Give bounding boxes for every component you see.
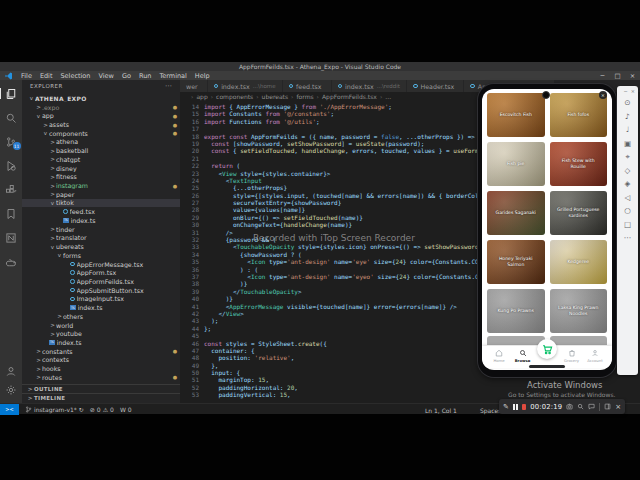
emulator-button-icon[interactable]: □ <box>617 218 638 232</box>
tree-item[interactable]: v forms <box>22 251 180 260</box>
editor-tab[interactable]: feed.tsx <box>283 80 332 92</box>
tree-item[interactable]: v components ● <box>22 129 180 138</box>
zoom-icon[interactable] <box>577 403 584 410</box>
tree-item[interactable]: AppSubmitButton.tsx <box>22 286 180 295</box>
emulator-button-icon[interactable]: ⌖ <box>617 150 638 164</box>
editor-tab[interactable]: index.tsx ...\reddit <box>332 80 408 92</box>
emulator-button-icon[interactable]: ◇ <box>617 164 638 178</box>
emulator-button-icon[interactable]: ⊙ <box>617 96 638 110</box>
tree-item[interactable]: > others <box>22 312 180 321</box>
food-tile[interactable]: Grilled Portuguese sardines <box>550 191 608 235</box>
tree-item[interactable]: v ATHENA_EXPO <box>22 94 180 103</box>
maximize-button[interactable]: □ <box>610 72 625 80</box>
food-tile[interactable]: Kung Po Prawns <box>487 289 545 333</box>
tree-item[interactable]: > basketball <box>22 146 180 155</box>
breadcrumb-item[interactable]: ubereats <box>253 93 288 100</box>
outline-section[interactable]: > OUTLINE <box>22 384 180 393</box>
breadcrumb-item[interactable]: components <box>208 93 253 100</box>
breadcrumb-item[interactable]: AppFormFeilds.tsx <box>314 93 377 100</box>
tree-item[interactable]: > constants ● <box>22 347 180 356</box>
extension-teapot-icon[interactable] <box>5 255 18 268</box>
tree-item[interactable]: v ubereats <box>22 242 180 251</box>
food-tile[interactable]: Fish pie <box>487 142 545 186</box>
tree-item[interactable]: > chatgpt <box>22 155 180 164</box>
extensions-icon[interactable] <box>5 183 18 196</box>
stop-button[interactable] <box>522 404 526 410</box>
source-control-icon[interactable]: 11 <box>5 135 18 148</box>
food-tile[interactable]: Garides Saganaki <box>487 191 545 235</box>
menu-item[interactable]: Help <box>191 72 214 80</box>
tree-item[interactable]: > youtube <box>22 329 180 338</box>
emulator-button-icon[interactable]: ◈ <box>617 177 638 191</box>
tree-item[interactable]: v tiktok <box>22 199 180 208</box>
emulator-button-icon[interactable]: ◁ <box>617 191 638 205</box>
tree-item[interactable]: > .expo ● <box>22 103 180 112</box>
menu-item[interactable]: Run <box>135 72 155 80</box>
pause-button[interactable] <box>513 404 518 410</box>
emulator-button-icon[interactable]: ♪ <box>617 110 638 124</box>
tree-item[interactable]: ImageInput.tsx <box>22 295 180 304</box>
editor-tab[interactable]: wer <box>180 80 208 92</box>
tree-item[interactable]: > world <box>22 321 180 330</box>
close-icon[interactable]: × <box>631 88 635 94</box>
food-tile[interactable]: Kedgeree <box>550 240 608 284</box>
tree-item[interactable]: > contexts <box>22 356 180 365</box>
food-tile[interactable]: Fish fofos <box>550 93 608 137</box>
pen-icon[interactable]: ✎ <box>503 403 509 411</box>
menu-item[interactable]: View <box>94 72 117 80</box>
home-indicator-bar[interactable] <box>529 365 565 368</box>
editor-tab[interactable]: index.tsx ...\home <box>208 80 283 92</box>
git-branch-status[interactable]: instagram-v1* ↻ <box>25 406 84 413</box>
tree-item[interactable]: > disney <box>22 164 180 173</box>
breadcrumb-item[interactable]: … <box>377 93 391 100</box>
tree-item[interactable]: > instagram ● <box>22 181 180 190</box>
emulator-button-icon[interactable]: ▣ <box>617 137 638 151</box>
close-button[interactable]: × <box>625 72 640 80</box>
food-tile[interactable]: Honey Teriyaki Salmon <box>487 240 545 284</box>
account-icon[interactable] <box>0 364 22 377</box>
tree-item[interactable]: > tinder <box>22 225 180 234</box>
nx-console-icon[interactable] <box>5 231 18 244</box>
tree-item[interactable]: > assets ● <box>22 120 180 129</box>
close-icon[interactable]: × <box>615 403 621 411</box>
chat-icon[interactable] <box>588 403 595 410</box>
menu-item[interactable]: File <box>17 72 36 80</box>
minimize-icon[interactable]: − <box>624 88 628 94</box>
breadcrumb-item[interactable]: app <box>188 93 208 100</box>
dev-menu-close-icon[interactable]: × <box>599 91 607 99</box>
nav-account[interactable]: Account <box>584 349 606 368</box>
breadcrumb-item[interactable]: forms <box>288 93 314 100</box>
tree-item[interactable]: AppFormFeilds.tsx <box>22 277 180 286</box>
bookmarks-icon[interactable] <box>5 207 18 220</box>
tree-item[interactable]: v app ● <box>22 111 180 120</box>
remote-indicator[interactable]: >< <box>0 404 19 415</box>
tree-item[interactable]: > translator <box>22 234 180 243</box>
timeline-section[interactable]: > TIMELINE <box>22 393 180 402</box>
settings-gear-icon[interactable] <box>0 383 22 396</box>
explorer-icon[interactable] <box>5 87 18 100</box>
tree-item[interactable]: > athena <box>22 138 180 147</box>
emulator-button-icon[interactable]: ○ <box>617 204 638 218</box>
cart-fab-button[interactable] <box>537 339 557 359</box>
tree-item[interactable]: feed.tsx <box>22 207 180 216</box>
nav-home[interactable]: Home <box>488 349 510 368</box>
tree-item[interactable]: index.ts <box>22 338 180 347</box>
emulator-button-icon[interactable]: ⋯ <box>617 231 638 245</box>
tree-item[interactable]: index.ts <box>22 216 180 225</box>
screenshot-camera-icon[interactable] <box>566 403 573 410</box>
minimize-button[interactable]: ─ <box>595 72 610 80</box>
run-debug-icon[interactable] <box>5 159 18 172</box>
tree-item[interactable]: > routes ● <box>22 373 180 382</box>
food-tile[interactable]: Laksa King Prawn Noodles <box>550 289 608 333</box>
search-icon[interactable] <box>5 111 18 124</box>
cursor-position[interactable]: Ln 1, Col 1 <box>425 407 457 414</box>
tree-item[interactable]: > fitness <box>22 172 180 181</box>
menu-item[interactable]: Go <box>118 72 135 80</box>
emulator-button-icon[interactable]: ♩ <box>617 123 638 137</box>
tree-item[interactable]: AppErrorMessage.tsx <box>22 260 180 269</box>
menu-item[interactable]: Terminal <box>155 72 190 80</box>
tree-item[interactable]: index.ts <box>22 303 180 312</box>
extra-status[interactable]: W 0 <box>120 406 132 413</box>
panel-icon[interactable] <box>604 403 611 410</box>
tree-item[interactable]: > paper <box>22 190 180 199</box>
